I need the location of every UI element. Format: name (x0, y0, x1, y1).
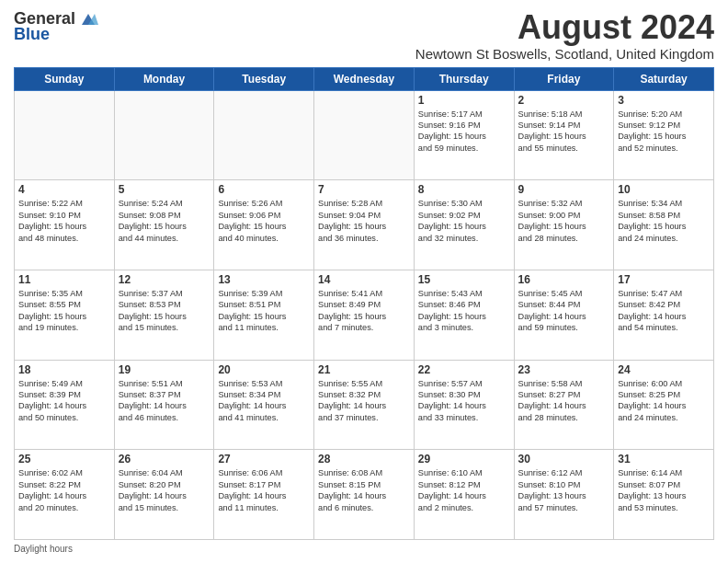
day-number: 4 (18, 183, 110, 196)
day-header-monday: Monday (114, 67, 214, 90)
day-info: Sunrise: 5:30 AM Sunset: 9:02 PM Dayligh… (418, 198, 510, 244)
day-number: 22 (418, 363, 510, 376)
day-info: Sunrise: 6:00 AM Sunset: 8:25 PM Dayligh… (618, 378, 710, 424)
title-section: August 2024 Newtown St Boswells, Scotlan… (415, 9, 714, 62)
day-info: Sunrise: 6:08 AM Sunset: 8:15 PM Dayligh… (318, 467, 410, 513)
day-number: 31 (618, 453, 710, 465)
calendar-cell: 1Sunrise: 5:17 AM Sunset: 9:16 PM Daylig… (414, 90, 514, 180)
calendar-cell: 9Sunrise: 5:32 AM Sunset: 9:00 PM Daylig… (514, 180, 614, 270)
day-number: 30 (518, 453, 610, 465)
day-info: Sunrise: 5:39 AM Sunset: 8:51 PM Dayligh… (218, 288, 310, 334)
calendar-cell: 16Sunrise: 5:45 AM Sunset: 8:44 PM Dayli… (514, 270, 614, 360)
calendar-cell: 12Sunrise: 5:37 AM Sunset: 8:53 PM Dayli… (114, 270, 214, 360)
day-number: 24 (618, 363, 710, 376)
calendar-cell: 15Sunrise: 5:43 AM Sunset: 8:46 PM Dayli… (414, 270, 514, 360)
day-number: 26 (119, 453, 210, 465)
calendar-cell: 2Sunrise: 5:18 AM Sunset: 9:14 PM Daylig… (514, 90, 614, 180)
daylight-label: Daylight hours (14, 544, 73, 554)
day-info: Sunrise: 5:24 AM Sunset: 9:08 PM Dayligh… (119, 198, 210, 244)
day-number: 27 (218, 453, 310, 465)
logo-icon (78, 12, 98, 29)
calendar-cell: 10Sunrise: 5:34 AM Sunset: 8:58 PM Dayli… (614, 180, 714, 270)
day-info: Sunrise: 6:04 AM Sunset: 8:20 PM Dayligh… (119, 467, 210, 513)
day-number: 15 (418, 273, 510, 286)
calendar-week-row: 1Sunrise: 5:17 AM Sunset: 9:16 PM Daylig… (15, 90, 714, 180)
logo: General Blue (14, 9, 98, 44)
calendar-week-row: 18Sunrise: 5:49 AM Sunset: 8:39 PM Dayli… (15, 360, 714, 450)
day-header-friday: Friday (514, 67, 614, 90)
day-info: Sunrise: 5:26 AM Sunset: 9:06 PM Dayligh… (218, 198, 310, 244)
calendar-cell: 6Sunrise: 5:26 AM Sunset: 9:06 PM Daylig… (214, 180, 314, 270)
day-info: Sunrise: 5:51 AM Sunset: 8:37 PM Dayligh… (119, 378, 210, 424)
day-number: 23 (518, 363, 610, 376)
calendar-week-row: 4Sunrise: 5:22 AM Sunset: 9:10 PM Daylig… (15, 180, 714, 270)
calendar-cell: 17Sunrise: 5:47 AM Sunset: 8:42 PM Dayli… (614, 270, 714, 360)
calendar-cell: 8Sunrise: 5:30 AM Sunset: 9:02 PM Daylig… (414, 180, 514, 270)
footer: Daylight hours (14, 544, 714, 554)
calendar-header-row: SundayMondayTuesdayWednesdayThursdayFrid… (15, 67, 714, 90)
day-info: Sunrise: 5:47 AM Sunset: 8:42 PM Dayligh… (618, 288, 710, 334)
day-header-thursday: Thursday (414, 67, 514, 90)
calendar-cell (15, 90, 115, 180)
day-info: Sunrise: 5:53 AM Sunset: 8:34 PM Dayligh… (218, 378, 310, 424)
header: General Blue August 2024 Newtown St Bosw… (14, 9, 714, 62)
day-number: 16 (518, 273, 610, 286)
day-number: 8 (418, 183, 510, 196)
day-number: 21 (318, 363, 410, 376)
day-number: 28 (318, 453, 410, 465)
calendar-cell: 23Sunrise: 5:58 AM Sunset: 8:27 PM Dayli… (514, 360, 614, 450)
page: General Blue August 2024 Newtown St Bosw… (0, 0, 728, 563)
calendar-cell: 21Sunrise: 5:55 AM Sunset: 8:32 PM Dayli… (314, 360, 415, 450)
calendar-table: SundayMondayTuesdayWednesdayThursdayFrid… (14, 67, 714, 540)
calendar-cell: 25Sunrise: 6:02 AM Sunset: 8:22 PM Dayli… (15, 450, 115, 540)
day-number: 14 (318, 273, 410, 286)
calendar-cell: 3Sunrise: 5:20 AM Sunset: 9:12 PM Daylig… (614, 90, 714, 180)
day-number: 29 (418, 453, 510, 465)
day-info: Sunrise: 5:58 AM Sunset: 8:27 PM Dayligh… (518, 378, 610, 424)
calendar-cell: 7Sunrise: 5:28 AM Sunset: 9:04 PM Daylig… (314, 180, 415, 270)
calendar-cell: 22Sunrise: 5:57 AM Sunset: 8:30 PM Dayli… (414, 360, 514, 450)
calendar-cell (214, 90, 314, 180)
day-info: Sunrise: 6:12 AM Sunset: 8:10 PM Dayligh… (518, 467, 610, 513)
day-info: Sunrise: 6:06 AM Sunset: 8:17 PM Dayligh… (218, 467, 310, 513)
calendar-cell: 31Sunrise: 6:14 AM Sunset: 8:07 PM Dayli… (614, 450, 714, 540)
calendar-cell: 14Sunrise: 5:41 AM Sunset: 8:49 PM Dayli… (314, 270, 415, 360)
day-info: Sunrise: 5:49 AM Sunset: 8:39 PM Dayligh… (18, 378, 110, 424)
calendar-cell: 29Sunrise: 6:10 AM Sunset: 8:12 PM Dayli… (414, 450, 514, 540)
day-number: 25 (18, 453, 110, 465)
calendar-cell: 13Sunrise: 5:39 AM Sunset: 8:51 PM Dayli… (214, 270, 314, 360)
day-info: Sunrise: 5:28 AM Sunset: 9:04 PM Dayligh… (318, 198, 410, 244)
day-number: 17 (618, 273, 710, 286)
day-number: 1 (418, 94, 510, 107)
day-header-sunday: Sunday (15, 67, 115, 90)
day-info: Sunrise: 5:34 AM Sunset: 8:58 PM Dayligh… (618, 198, 710, 244)
day-number: 20 (218, 363, 310, 376)
day-header-saturday: Saturday (614, 67, 714, 90)
location-subtitle: Newtown St Boswells, Scotland, United Ki… (415, 46, 714, 62)
calendar-cell: 18Sunrise: 5:49 AM Sunset: 8:39 PM Dayli… (15, 360, 115, 450)
calendar-cell: 28Sunrise: 6:08 AM Sunset: 8:15 PM Dayli… (314, 450, 415, 540)
calendar-cell: 26Sunrise: 6:04 AM Sunset: 8:20 PM Dayli… (114, 450, 214, 540)
day-number: 9 (518, 183, 610, 196)
day-number: 12 (119, 273, 210, 286)
day-info: Sunrise: 5:17 AM Sunset: 9:16 PM Dayligh… (418, 109, 510, 155)
day-number: 3 (618, 94, 710, 107)
day-number: 7 (318, 183, 410, 196)
day-header-wednesday: Wednesday (314, 67, 415, 90)
day-info: Sunrise: 5:45 AM Sunset: 8:44 PM Dayligh… (518, 288, 610, 334)
day-number: 11 (18, 273, 110, 286)
calendar-cell (314, 90, 415, 180)
day-number: 5 (119, 183, 210, 196)
logo-blue-text: Blue (14, 25, 50, 44)
calendar-cell (114, 90, 214, 180)
day-header-tuesday: Tuesday (214, 67, 314, 90)
day-info: Sunrise: 5:35 AM Sunset: 8:55 PM Dayligh… (18, 288, 110, 334)
calendar-cell: 30Sunrise: 6:12 AM Sunset: 8:10 PM Dayli… (514, 450, 614, 540)
month-year-title: August 2024 (415, 9, 714, 46)
calendar-cell: 20Sunrise: 5:53 AM Sunset: 8:34 PM Dayli… (214, 360, 314, 450)
day-info: Sunrise: 5:37 AM Sunset: 8:53 PM Dayligh… (119, 288, 210, 334)
day-info: Sunrise: 5:55 AM Sunset: 8:32 PM Dayligh… (318, 378, 410, 424)
calendar-cell: 24Sunrise: 6:00 AM Sunset: 8:25 PM Dayli… (614, 360, 714, 450)
day-info: Sunrise: 5:18 AM Sunset: 9:14 PM Dayligh… (518, 109, 610, 155)
day-info: Sunrise: 5:43 AM Sunset: 8:46 PM Dayligh… (418, 288, 510, 334)
